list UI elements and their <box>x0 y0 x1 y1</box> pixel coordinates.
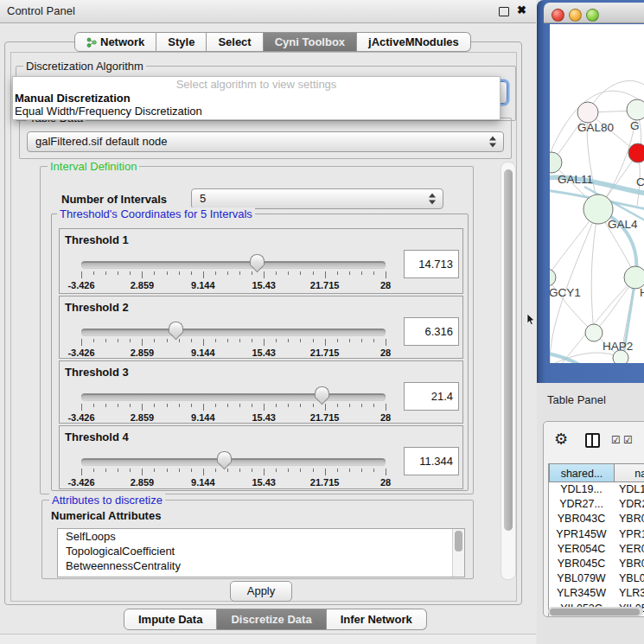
table-cell-name[interactable]: YLR345W <box>619 586 644 601</box>
table-cell-shared-name[interactable]: YBR045C <box>549 557 614 571</box>
table-cell-shared-name[interactable]: YER054C <box>549 542 614 557</box>
tab-impute-data[interactable]: Impute Data <box>124 609 217 630</box>
network-canvas[interactable]: GAL80GGAL11CGAL4GCY1HHAP2 <box>550 24 644 363</box>
tab-style[interactable]: Style <box>156 32 207 52</box>
settings-scrollbar[interactable] <box>501 162 516 580</box>
network-window-titlebar[interactable] <box>544 3 644 23</box>
tab-cyni-toolbox[interactable]: Cyni Toolbox <box>264 32 357 52</box>
slider-tick <box>167 271 168 275</box>
close-icon[interactable]: ✖ <box>517 3 526 16</box>
float-window-icon[interactable] <box>499 7 509 16</box>
threshold-value-field[interactable]: 11.344 <box>404 447 459 475</box>
network-node-red-node[interactable] <box>628 143 644 163</box>
network-node-top-right[interactable] <box>627 99 644 120</box>
checkbox-icon[interactable]: ☑ <box>611 434 621 446</box>
table-cell-name[interactable]: YPR145W <box>619 527 644 542</box>
gear-icon[interactable]: ⚙ <box>554 430 568 448</box>
network-node-hap2[interactable] <box>585 324 603 341</box>
dropdown-option[interactable]: Equal Width/Frequency Discretization <box>15 105 202 118</box>
network-node-gal11[interactable] <box>550 152 562 173</box>
threshold-slider-track[interactable] <box>81 328 386 336</box>
attribute-list-item[interactable]: BetweennessCentrality <box>58 558 464 573</box>
attributes-scrollbar-thumb[interactable] <box>455 531 462 552</box>
attributes-group: Attributes to discretize Numerical Attri… <box>41 500 474 579</box>
table-horizontal-scrollbar[interactable] <box>548 607 643 616</box>
threshold-value-field[interactable]: 14.713 <box>404 250 459 278</box>
threshold-slider-track[interactable] <box>81 458 386 466</box>
slider-tick-label: -3.426 <box>67 348 94 358</box>
algorithm-dropdown-popup: Select algorithm to view settings Manual… <box>12 76 501 120</box>
table-row[interactable]: YDR27...YDR27 <box>549 497 644 512</box>
table-cell-shared-name[interactable]: YBL079W <box>549 571 614 586</box>
table-cell-shared-name[interactable]: YDL19... <box>549 482 614 497</box>
minimize-traffic-light[interactable] <box>569 9 582 22</box>
table-cell-name[interactable]: YBR045C <box>619 557 644 571</box>
table-row[interactable]: YLR345WYLR345W <box>549 586 644 601</box>
table-cell-shared-name[interactable]: YLR345W <box>549 586 614 601</box>
apply-button[interactable]: Apply <box>230 581 292 602</box>
slider-tick <box>227 404 228 407</box>
threshold-value-field[interactable]: 21.4 <box>404 382 459 411</box>
top-tab-bar: Network Style Select Cyni Toolbox jActiv… <box>74 32 471 52</box>
checkbox-icon[interactable]: ☑ <box>623 434 633 446</box>
network-node-gal80[interactable] <box>577 102 598 123</box>
attributes-scrollbar[interactable] <box>452 529 464 577</box>
tab-discretize-data[interactable]: Discretize Data <box>217 609 326 630</box>
table-horizontal-scrollbar-thumb[interactable] <box>550 609 640 615</box>
numerical-attributes-list[interactable]: SelfLoopsTopologicalCoefficientBetweenne… <box>57 528 465 577</box>
slider-tick <box>300 271 301 275</box>
table-cell-name[interactable]: YDR27 <box>619 497 644 512</box>
tab-select[interactable]: Select <box>207 32 263 52</box>
zoom-traffic-light[interactable] <box>586 9 599 22</box>
table-cell-name[interactable]: YER054C <box>619 542 644 557</box>
attribute-list-item[interactable]: TopologicalCoefficient <box>58 544 464 558</box>
threshold-slider-thumb[interactable] <box>315 386 329 398</box>
table-row[interactable]: YDL19...YDL19 <box>549 482 644 497</box>
slider-tick <box>313 339 314 342</box>
table-cell-name[interactable]: YBL079W <box>619 571 644 586</box>
slider-tick <box>252 469 252 472</box>
combo-arrows-icon <box>429 194 437 205</box>
close-traffic-light[interactable] <box>552 9 564 22</box>
settings-scrollbar-thumb[interactable] <box>504 169 513 531</box>
dropdown-option[interactable]: Manual Discretization <box>15 92 131 105</box>
tab-jactivemnodules[interactable]: jActiveMNodules <box>357 32 471 52</box>
column-header-name[interactable]: name <box>614 463 644 482</box>
table-row[interactable]: YBL079WYBL079W <box>549 571 644 586</box>
slider-tick <box>154 469 155 472</box>
table-cell-shared-name[interactable]: YBR043C <box>549 512 614 526</box>
slider-tick <box>252 271 252 275</box>
slider-tick-label: -3.426 <box>67 477 94 488</box>
table-cell-shared-name[interactable]: YDR27... <box>549 497 614 512</box>
slider-tick <box>239 404 240 407</box>
slider-tick <box>93 469 94 472</box>
table-cell-name[interactable]: YBR043C <box>619 512 644 526</box>
table-data-combobox[interactable]: galFiltered.sif default node <box>27 131 504 152</box>
threshold-slider-track[interactable] <box>81 261 386 269</box>
threshold-slider-thumb[interactable] <box>217 451 232 462</box>
slider-tick <box>81 271 82 278</box>
columns-icon[interactable] <box>585 433 600 448</box>
table-cell-name[interactable]: YDL19 <box>619 482 644 497</box>
slider-tick <box>239 271 240 275</box>
threshold-label: Threshold 3 <box>65 366 129 379</box>
table-row[interactable]: YER054CYER054C <box>549 542 644 557</box>
number-of-intervals-combobox[interactable]: 5 <box>191 188 443 209</box>
column-header-shared-name[interactable]: shared... <box>549 463 615 482</box>
attributes-group-label: Attributes to discretize <box>49 494 165 507</box>
slider-tick-label: 9.144 <box>191 477 215 488</box>
table-row[interactable]: YBR045CYBR045C <box>549 557 644 571</box>
tab-infer-network[interactable]: Infer Network <box>327 609 427 630</box>
tab-network[interactable]: Network <box>74 32 156 52</box>
network-node-gcy1[interactable] <box>550 269 556 286</box>
attribute-list-item[interactable]: SelfLoops <box>58 529 464 544</box>
threshold-slider-thumb[interactable] <box>169 322 183 333</box>
threshold-slider-track[interactable] <box>81 393 386 401</box>
node-table: shared... name YDL19...YDL19YDR27...YDR2… <box>548 463 644 617</box>
table-row[interactable]: YBR043CYBR043C <box>549 512 644 526</box>
table-cell-shared-name[interactable]: YPR145W <box>549 527 614 542</box>
table-row[interactable]: YPR145WYPR145W <box>549 527 644 542</box>
table-panel-dock: Table Panel ⚙ ☑ ☑ shared... name YDL19..… <box>537 383 644 644</box>
threshold-slider-thumb[interactable] <box>250 254 265 265</box>
threshold-value-field[interactable]: 6.316 <box>404 317 459 346</box>
